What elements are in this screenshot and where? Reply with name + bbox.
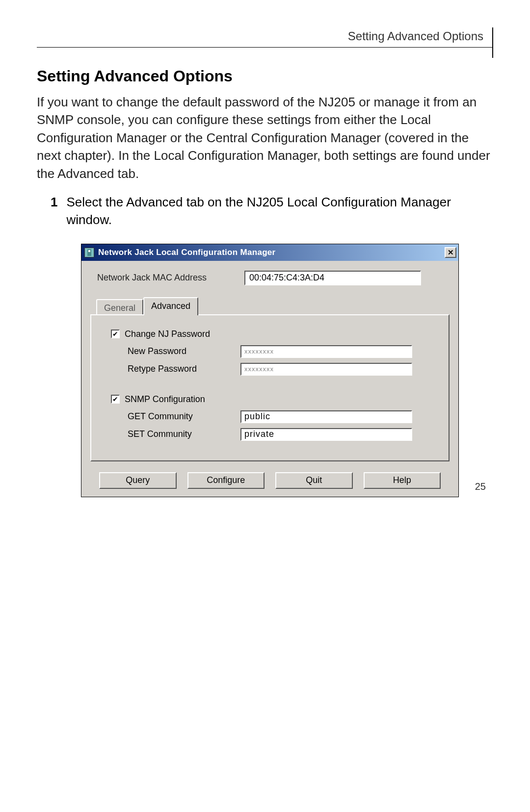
tab-general[interactable]: General [96, 299, 143, 314]
step-number: 1 [51, 193, 57, 229]
change-password-checkbox[interactable]: ✔ [111, 330, 120, 338]
step-text: Select the Advanced tab on the NJ205 Loc… [66, 193, 493, 229]
help-button[interactable]: Help [364, 472, 441, 489]
step-1: 1 Select the Advanced tab on the NJ205 L… [51, 193, 493, 229]
header-side-bar [492, 27, 493, 58]
get-community-label: GET Community [128, 411, 240, 422]
snmp-label: SNMP Configuration [125, 394, 205, 405]
section-title: Setting Advanced Options [37, 67, 493, 85]
intro-paragraph: If you want to change the default passwo… [37, 93, 493, 182]
set-community-input[interactable] [240, 428, 412, 441]
config-window: Network Jack Local Configuration Manager… [81, 244, 459, 497]
window-title: Network Jack Local Configuration Manager [98, 248, 445, 257]
snmp-checkbox[interactable]: ✔ [111, 395, 120, 404]
mac-label: Network Jack MAC Address [97, 273, 235, 283]
retype-password-input[interactable] [240, 363, 412, 376]
page-number: 25 [475, 481, 486, 492]
new-password-label: New Password [128, 346, 240, 356]
quit-button[interactable]: Quit [275, 472, 353, 489]
svg-rect-1 [88, 250, 90, 252]
header-rule [37, 47, 493, 48]
get-community-input[interactable] [240, 410, 412, 423]
new-password-input[interactable] [240, 345, 412, 358]
tab-advanced[interactable]: Advanced [143, 297, 198, 315]
retype-password-label: Retype Password [128, 364, 240, 374]
advanced-panel: ✔ Change NJ Password New Password Retype… [90, 314, 450, 461]
titlebar: Network Jack Local Configuration Manager… [81, 244, 458, 261]
set-community-label: SET Community [128, 429, 240, 439]
mac-input[interactable] [244, 271, 421, 285]
query-button[interactable]: Query [99, 472, 177, 489]
page-header: Setting Advanced Options [37, 29, 493, 43]
app-icon [84, 248, 94, 257]
configure-button[interactable]: Configure [187, 472, 265, 489]
close-button[interactable]: ✕ [445, 247, 456, 258]
change-password-label: Change NJ Password [125, 329, 210, 339]
